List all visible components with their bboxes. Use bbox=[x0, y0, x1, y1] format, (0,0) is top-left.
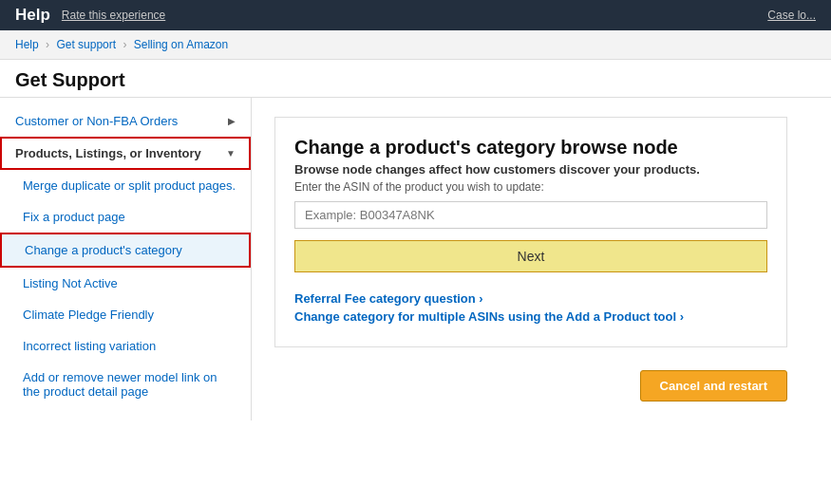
breadcrumb-sep-2: › bbox=[123, 38, 126, 51]
sidebar-item-change-label: Change a product's category bbox=[25, 243, 182, 257]
cancel-restart-button[interactable]: Cancel and restart bbox=[640, 370, 787, 401]
sidebar-item-fix-label: Fix a product page bbox=[23, 210, 125, 224]
content-subtitle: Browse node changes affect how customers… bbox=[294, 162, 767, 177]
breadcrumb: Help › Get support › Selling on Amazon bbox=[0, 30, 831, 60]
sidebar-item-products-label: Products, Listings, or Inventory bbox=[15, 146, 201, 160]
sidebar-item-fix-product[interactable]: Fix a product page bbox=[0, 201, 251, 233]
top-bar-left: Help Rate this experience bbox=[15, 6, 165, 25]
breadcrumb-help[interactable]: Help bbox=[15, 38, 39, 51]
sidebar-item-products-listings[interactable]: Products, Listings, or Inventory ▼ bbox=[0, 137, 251, 170]
sidebar-item-change-category[interactable]: Change a product's category bbox=[0, 233, 251, 268]
content-label: Enter the ASIN of the product you wish t… bbox=[294, 180, 767, 194]
referral-fee-link[interactable]: Referral Fee category question › bbox=[294, 291, 767, 306]
content-title: Change a product's category browse node bbox=[294, 137, 767, 159]
sidebar-item-climate[interactable]: Climate Pledge Friendly bbox=[0, 299, 251, 330]
sidebar-item-merge[interactable]: Merge duplicate or split product pages. bbox=[0, 170, 251, 201]
content-area: Change a product's category browse node … bbox=[252, 98, 831, 420]
case-log-link[interactable]: Case lo... bbox=[767, 9, 816, 22]
sidebar-item-customer-orders[interactable]: Customer or Non-FBA Orders ▶ bbox=[0, 105, 251, 137]
sidebar-item-listing-label: Listing Not Active bbox=[23, 276, 118, 290]
next-button[interactable]: Next bbox=[294, 240, 767, 272]
chevron-right-icon: ▶ bbox=[228, 116, 236, 126]
breadcrumb-sep-1: › bbox=[46, 38, 49, 51]
rate-experience-link[interactable]: Rate this experience bbox=[62, 9, 165, 22]
sidebar-item-customer-orders-label: Customer or Non-FBA Orders bbox=[15, 114, 178, 128]
help-title: Help bbox=[15, 6, 50, 25]
content-box: Change a product's category browse node … bbox=[274, 117, 787, 347]
sidebar-item-merge-label: Merge duplicate or split product pages. bbox=[23, 178, 236, 193]
cancel-area: Cancel and restart bbox=[274, 370, 787, 401]
sidebar-item-climate-label: Climate Pledge Friendly bbox=[23, 308, 154, 322]
sidebar-item-listing-not-active[interactable]: Listing Not Active bbox=[0, 268, 251, 299]
asin-input[interactable] bbox=[294, 201, 767, 229]
sidebar-item-variation-label: Incorrect listing variation bbox=[23, 339, 156, 353]
page-title: Get Support bbox=[0, 60, 831, 97]
sidebar: Customer or Non-FBA Orders ▶ Products, L… bbox=[0, 98, 252, 420]
links-section: Referral Fee category question › Change … bbox=[294, 291, 767, 324]
breadcrumb-selling[interactable]: Selling on Amazon bbox=[134, 38, 228, 51]
sidebar-item-newer-model[interactable]: Add or remove newer model link on the pr… bbox=[0, 362, 251, 407]
top-bar: Help Rate this experience Case lo... bbox=[0, 0, 831, 30]
main-layout: Customer or Non-FBA Orders ▶ Products, L… bbox=[0, 97, 831, 420]
chevron-down-icon: ▼ bbox=[226, 148, 236, 159]
sidebar-item-newer-model-label: Add or remove newer model link on the pr… bbox=[23, 370, 236, 399]
change-category-multiple-link[interactable]: Change category for multiple ASINs using… bbox=[294, 309, 767, 324]
breadcrumb-get-support[interactable]: Get support bbox=[56, 38, 116, 51]
sidebar-item-variation[interactable]: Incorrect listing variation bbox=[0, 330, 251, 362]
